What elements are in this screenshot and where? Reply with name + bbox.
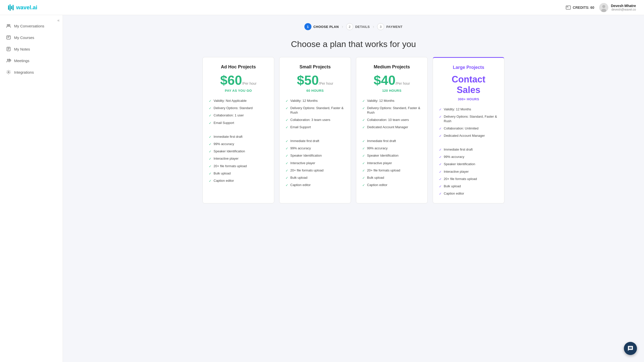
check-icon: ✓ [286, 168, 288, 173]
check-icon: ✓ [286, 125, 288, 130]
credits-display: CREDITS: 60 [566, 6, 594, 10]
plan-feature: ✓ Interactive player [439, 169, 498, 174]
feature-text: Caption editor [214, 178, 234, 183]
plan-hours: 60 HOURS [286, 89, 345, 93]
plan-feature: ✓ Bulk upload [209, 171, 268, 176]
plan-feature: ✓ Caption editor [439, 191, 498, 196]
feature-text: 20+ file formats upload [367, 168, 400, 173]
feature-text: Collaboration: 1 user [214, 113, 244, 118]
plan-feature: ✓ Collaboration: 1 user [209, 113, 268, 118]
check-icon: ✓ [439, 177, 442, 182]
svg-point-8 [9, 24, 10, 26]
plan-features: ✓ Validity: 12 Months ✓ Delivery Options… [439, 107, 498, 196]
main-content: 1 CHOOSE PLAN › 2 DETAILS › 3 PAYMENT Ch… [63, 15, 644, 362]
plan-feature: ✓ 99% accuracy [209, 142, 268, 147]
conversations-icon [6, 23, 11, 28]
check-icon: ✓ [286, 106, 288, 111]
plan-features: ✓ Validity: 12 Months ✓ Delivery Options… [362, 99, 421, 188]
plan-card-medium[interactable]: Medium Projects $40/Per hour 120 HOURS ✓… [356, 57, 428, 203]
user-email: devesh@wavel.co [611, 8, 636, 11]
feature-text: Immediate first draft [444, 147, 473, 152]
check-icon: ✓ [209, 121, 212, 125]
plan-name: Ad Hoc Projects [209, 64, 268, 70]
check-icon: ✓ [362, 146, 365, 151]
plan-feature: ✓ Interactive player [286, 161, 345, 166]
svg-rect-3 [568, 8, 569, 8]
feature-text: Caption editor [290, 183, 311, 187]
feature-text: Dedicated Account Manager [444, 133, 485, 138]
step-1-num: 1 [304, 23, 311, 30]
step-2-num: 2 [346, 23, 353, 30]
step-2-label: DETAILS [355, 25, 370, 29]
check-icon: ✓ [362, 154, 365, 158]
plan-price-amount: $50 [297, 73, 319, 87]
plan-feature: ✓ 20+ file formats upload [362, 168, 421, 173]
chat-button[interactable] [624, 342, 637, 355]
plan-feature: ✓ Collaboration: Unlimited [439, 126, 498, 131]
plan-price-period: /Per hour [242, 81, 257, 85]
plan-price-period: /Per hour [319, 81, 333, 85]
plan-feature: ✓ Collaboration: 10 team users [362, 118, 421, 122]
plan-feature: ✓ Validity: 12 Months [362, 99, 421, 103]
plan-price-contact: Contact Sales [439, 74, 498, 95]
feature-text: Collaboration: 3 team users [290, 118, 330, 122]
plan-feature: ✓ Bulk upload [286, 175, 345, 180]
step-1: 1 CHOOSE PLAN [304, 23, 339, 30]
integrations-icon [6, 70, 11, 75]
sidebar-item-meetings[interactable]: Meetings [0, 55, 63, 66]
check-icon: ✓ [362, 168, 365, 173]
feature-text: 99% accuracy [367, 146, 388, 151]
check-icon: ✓ [439, 162, 442, 167]
check-icon: ✓ [439, 126, 442, 131]
feature-text: Bulk upload [290, 175, 307, 180]
feature-text: Delivery Options: Standard, Faster & Rus… [290, 106, 345, 115]
plan-price: $60/Per hour [209, 74, 268, 87]
check-icon: ✓ [362, 139, 365, 144]
check-icon: ✓ [439, 155, 442, 159]
collapse-button[interactable]: « [57, 18, 60, 23]
plan-feature: ✓ Delivery Options: Standard [209, 106, 268, 111]
feature-text: Email Support [214, 121, 234, 125]
feature-text: Speaker Identification [214, 149, 245, 154]
check-icon: ✓ [362, 125, 365, 130]
plans-grid: Ad Hoc Projects $60/Per hour PAY AS YOU … [203, 57, 504, 203]
feature-text: Immediate first draft [367, 139, 396, 143]
plan-price-amount: $60 [220, 73, 242, 87]
sidebar-item-conversations[interactable]: My Conversations [0, 20, 63, 32]
feature-text: Immediate first draft [214, 134, 243, 139]
plan-price-amount: $40 [374, 73, 395, 87]
integrations-label: Integrations [14, 70, 34, 74]
plan-feature: ✓ Email Support [209, 121, 268, 125]
plan-feature: ✓ Dedicated Account Manager [439, 133, 498, 138]
sidebar-item-courses[interactable]: My Courses [0, 32, 63, 43]
header: wavel.ai CREDITS: 60 Devesh Mhatre [0, 0, 644, 15]
user-name: Devesh Mhatre [611, 4, 636, 8]
svg-point-11 [7, 59, 9, 60]
plan-price-period: /Per hour [395, 81, 410, 85]
plan-feature: ✓ 20+ file formats upload [439, 177, 498, 182]
sidebar: « My Conversations My Courses My Notes [0, 15, 63, 362]
svg-rect-2 [567, 8, 568, 8]
stepper: 1 CHOOSE PLAN › 2 DETAILS › 3 PAYMENT [75, 23, 632, 30]
check-icon: ✓ [439, 170, 442, 174]
feature-text: Speaker Identification [290, 153, 322, 158]
check-icon: ✓ [209, 99, 212, 103]
check-icon: ✓ [286, 146, 288, 151]
plan-feature: ✓ Speaker Identification [209, 149, 268, 154]
meetings-label: Meetings [14, 59, 29, 63]
feature-text: Bulk upload [444, 184, 461, 189]
plan-card-large[interactable]: Large Projects Contact Sales 300+ HOURS … [433, 57, 504, 203]
plan-card-small[interactable]: Small Projects $50/Per hour 60 HOURS ✓ V… [279, 57, 351, 203]
plan-features: ✓ Validity: 12 Months ✓ Delivery Options… [286, 99, 345, 188]
plan-features: ✓ Validity: Not Applicable ✓ Delivery Op… [209, 99, 268, 183]
feature-divider [362, 132, 421, 136]
sidebar-item-notes[interactable]: My Notes [0, 43, 63, 55]
chat-icon [627, 345, 633, 351]
plan-feature: ✓ Immediate first draft [209, 134, 268, 139]
user-info: Devesh Mhatre devesh@wavel.co [599, 3, 636, 12]
plan-name: Medium Projects [362, 64, 421, 70]
plan-feature: ✓ Caption editor [362, 183, 421, 188]
sidebar-item-integrations[interactable]: Integrations [0, 66, 63, 78]
plan-card-ad-hoc[interactable]: Ad Hoc Projects $60/Per hour PAY AS YOU … [203, 57, 274, 203]
plan-feature: ✓ Immediate first draft [439, 147, 498, 152]
